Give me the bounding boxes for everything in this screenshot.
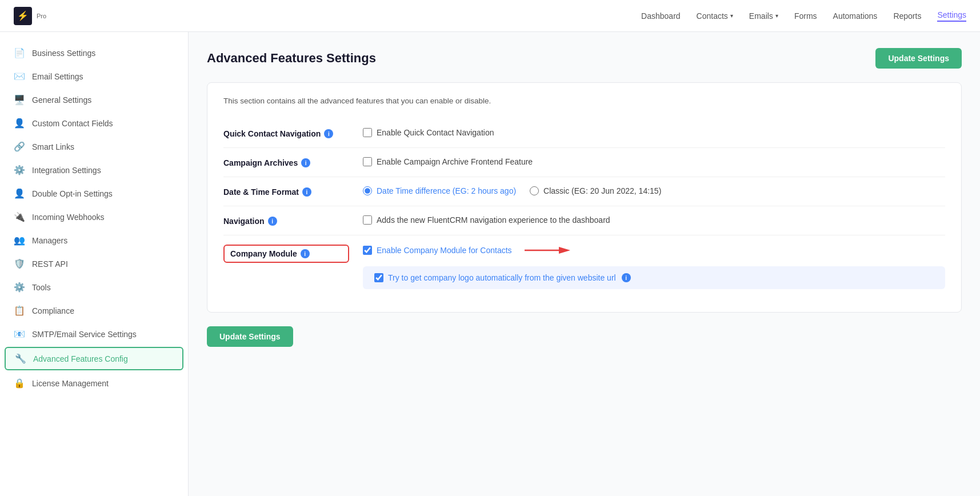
nav-links: Dashboard Contacts ▾ Emails ▾ Forms Auto… [641,10,966,22]
enable-company-module-checkbox[interactable]: Enable Company Module for Contacts [363,246,512,255]
date-time-row: Date & Time Format i Date Time differenc… [223,177,945,206]
campaign-archive-input[interactable] [363,157,372,166]
chevron-down-icon: ▾ [775,13,778,19]
logo-icon: ⚡ [14,7,32,25]
nav-automations[interactable]: Automations [833,11,878,21]
sidebar-item-tools[interactable]: ⚙️ Tools [0,275,188,299]
enable-campaign-archive-checkbox[interactable]: Enable Campaign Archive Frontend Feature [363,157,945,166]
plug-icon: 🔌 [14,211,25,222]
update-settings-button-top[interactable]: Update Settings [875,48,962,69]
sidebar-item-business-settings[interactable]: 📄 Business Settings [0,41,188,65]
radio-diff-input[interactable] [363,186,372,195]
company-logo-checkbox[interactable]: Try to get company logo automatically fr… [374,273,616,282]
navigation-controls: Adds the new FluentCRM navigation experi… [363,215,945,225]
page-title: Advanced Features Settings [207,51,376,66]
company-module-input[interactable] [363,246,372,255]
sidebar-item-advanced-features[interactable]: 🔧 Advanced Features Config [5,347,183,370]
quick-contact-row: Quick Contact Navigation i Enable Quick … [223,119,945,148]
navigation-row: Navigation i Adds the new FluentCRM navi… [223,206,945,235]
logo-area: ⚡ Pro [14,7,46,25]
clipboard-icon: 📋 [14,305,25,316]
navigation-input[interactable] [363,215,372,225]
quick-contact-text: Enable Quick Contact Navigation [377,128,494,137]
sidebar-item-managers[interactable]: 👥 Managers [0,229,188,252]
sidebar-item-integration-settings[interactable]: ⚙️ Integration Settings [0,158,188,182]
user-icon: 👤 [14,188,25,199]
update-settings-button-bottom[interactable]: Update Settings [207,326,293,347]
sidebar-item-compliance[interactable]: 📋 Compliance [0,299,188,322]
company-logo-text: Try to get company logo automatically fr… [388,273,616,282]
lock-icon: 🔒 [14,378,25,389]
monitor-icon: 🖥️ [14,94,25,105]
email-icon: ✉️ [14,71,25,82]
radio-date-diff[interactable]: Date Time difference (EG: 2 hours ago) [363,186,516,195]
navigation-label: Navigation i [223,215,349,226]
date-time-controls: Date Time difference (EG: 2 hours ago) C… [363,186,945,195]
radio-diff-label: Date Time difference (EG: 2 hours ago) [377,186,516,195]
nav-reports[interactable]: Reports [893,11,921,21]
info-icon-quick-contact[interactable]: i [324,129,333,138]
info-icon-navigation[interactable]: i [268,217,277,226]
main-content: Advanced Features Settings Update Settin… [189,32,980,496]
info-icon-company-logo[interactable]: i [622,273,631,282]
campaign-archives-label: Campaign Archives i [223,157,349,167]
tools-icon: ⚙️ [14,282,25,293]
enable-quick-contact-checkbox[interactable]: Enable Quick Contact Navigation [363,128,945,137]
sidebar-item-incoming-webhooks[interactable]: 🔌 Incoming Webhooks [0,205,188,229]
pro-label: Pro [37,13,46,19]
sidebar-item-rest-api[interactable]: 🛡️ REST API [0,252,188,275]
navigation-text: Adds the new FluentCRM navigation experi… [377,215,610,225]
radio-date-classic[interactable]: Classic (EG: 20 Jun 2022, 14:15) [530,186,661,195]
date-time-options: Date Time difference (EG: 2 hours ago) C… [363,186,945,195]
company-module-label: Company Module i [223,245,349,263]
document-icon: 📄 [14,47,25,58]
campaign-archive-text: Enable Campaign Archive Frontend Feature [377,157,533,166]
wrench-icon: 🔧 [15,353,26,364]
date-time-label: Date & Time Format i [223,186,349,197]
link-icon: 🔗 [14,141,25,152]
nav-forms[interactable]: Forms [794,11,817,21]
sidebar-item-license[interactable]: 🔒 License Management [0,371,188,395]
sidebar-item-general-settings[interactable]: 🖥️ General Settings [0,88,188,111]
nav-settings[interactable]: Settings [937,10,966,22]
user-icon: 👤 [14,118,25,129]
quick-contact-controls: Enable Quick Contact Navigation [363,128,945,137]
sidebar-item-double-optin[interactable]: 👤 Double Opt-in Settings [0,182,188,205]
company-module-controls: Enable Company Module for Contacts [363,245,945,289]
nav-emails[interactable]: Emails ▾ [749,11,778,21]
sidebar-item-smart-links[interactable]: 🔗 Smart Links [0,135,188,158]
company-module-row: Company Module i Enable Company Module f… [223,235,945,298]
info-icon-company[interactable]: i [301,249,310,258]
nav-contacts[interactable]: Contacts ▾ [697,11,733,21]
section-description: This section contains all the advanced f… [223,97,945,105]
enable-navigation-checkbox[interactable]: Adds the new FluentCRM navigation experi… [363,215,945,225]
group-icon: 👥 [14,235,25,246]
top-nav: ⚡ Pro Dashboard Contacts ▾ Emails ▾ Form… [0,0,980,32]
arrow-annotation [525,245,570,256]
company-sub-control: Try to get company logo automatically fr… [363,266,945,289]
settings-card: This section contains all the advanced f… [207,82,962,313]
radio-classic-label: Classic (EG: 20 Jun 2022, 14:15) [543,186,661,195]
page-header: Advanced Features Settings Update Settin… [207,48,962,69]
info-icon-campaign[interactable]: i [301,158,310,167]
shield-icon: 🛡️ [14,258,25,269]
company-enable-row: Enable Company Module for Contacts [363,245,945,256]
quick-contact-input[interactable] [363,128,372,137]
sidebar-item-smtp[interactable]: 📧 SMTP/Email Service Settings [0,322,188,346]
layout: 📄 Business Settings ✉️ Email Settings 🖥️… [0,32,980,496]
radio-classic-input[interactable] [530,186,539,195]
company-module-text: Enable Company Module for Contacts [377,246,512,255]
svg-marker-1 [559,247,570,254]
nav-dashboard[interactable]: Dashboard [641,11,681,21]
sidebar-item-custom-contact-fields[interactable]: 👤 Custom Contact Fields [0,111,188,135]
chevron-down-icon: ▾ [730,13,733,19]
campaign-archives-controls: Enable Campaign Archive Frontend Feature [363,157,945,166]
sidebar-item-email-settings[interactable]: ✉️ Email Settings [0,65,188,88]
campaign-archives-row: Campaign Archives i Enable Campaign Arch… [223,148,945,177]
arrow-icon [525,245,570,256]
sidebar: 📄 Business Settings ✉️ Email Settings 🖥️… [0,32,189,496]
smtp-icon: 📧 [14,329,25,339]
gear-icon: ⚙️ [14,165,25,175]
company-logo-input[interactable] [374,273,383,282]
info-icon-datetime[interactable]: i [302,187,311,197]
